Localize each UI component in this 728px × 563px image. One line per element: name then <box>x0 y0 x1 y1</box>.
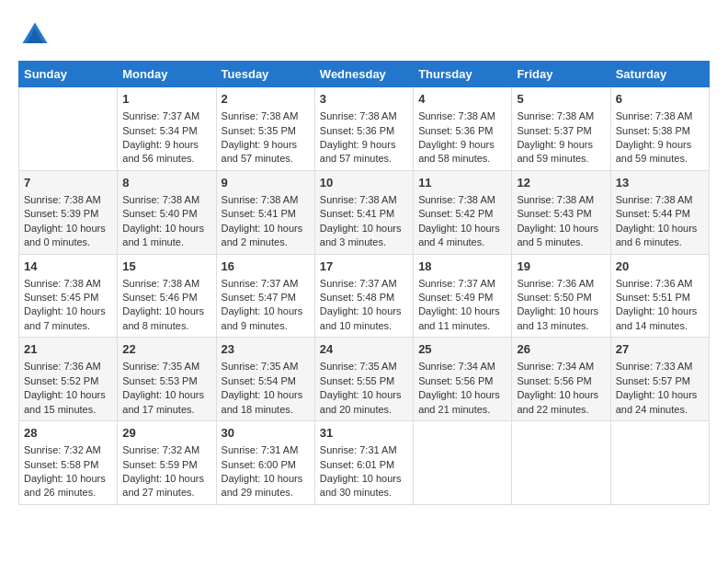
day-cell: 18Sunrise: 7:37 AMSunset: 5:49 PMDayligh… <box>414 254 512 338</box>
day-number: 6 <box>616 91 704 108</box>
week-row-3: 14Sunrise: 7:38 AMSunset: 5:45 PMDayligh… <box>19 254 710 338</box>
day-number: 28 <box>24 425 112 442</box>
sunrise-text: Sunrise: 7:38 AM <box>122 278 199 289</box>
day-number: 25 <box>418 341 506 358</box>
sunset-text: Sunset: 5:56 PM <box>418 375 493 386</box>
sunset-text: Sunset: 5:58 PM <box>24 459 98 470</box>
day-cell: 10Sunrise: 7:38 AMSunset: 5:41 PMDayligh… <box>314 170 413 254</box>
day-number: 5 <box>517 91 605 108</box>
logo <box>18 18 55 52</box>
day-number: 1 <box>122 91 210 108</box>
sunrise-text: Sunrise: 7:37 AM <box>222 278 299 289</box>
sunrise-text: Sunrise: 7:35 AM <box>320 361 397 372</box>
sunrise-text: Sunrise: 7:32 AM <box>24 444 101 455</box>
sunrise-text: Sunrise: 7:38 AM <box>418 110 495 121</box>
daylight-text: Daylight: 10 hours and 5 minutes. <box>517 223 598 247</box>
day-cell: 9Sunrise: 7:38 AMSunset: 5:41 PMDaylight… <box>216 170 314 254</box>
day-number: 18 <box>418 259 506 275</box>
day-number: 13 <box>616 175 704 191</box>
sunset-text: Sunset: 5:43 PM <box>517 208 591 219</box>
daylight-text: Daylight: 10 hours and 2 minutes. <box>222 223 303 247</box>
daylight-text: Daylight: 10 hours and 20 minutes. <box>320 389 402 414</box>
day-cell <box>610 421 709 505</box>
day-cell: 22Sunrise: 7:35 AMSunset: 5:53 PMDayligh… <box>118 338 216 421</box>
daylight-text: Daylight: 10 hours and 14 minutes. <box>616 305 698 330</box>
day-number: 21 <box>24 341 112 358</box>
daylight-text: Daylight: 10 hours and 22 minutes. <box>517 389 598 414</box>
column-header-saturday: Saturday <box>610 62 709 87</box>
sunset-text: Sunset: 5:35 PM <box>222 125 296 136</box>
day-cell: 16Sunrise: 7:37 AMSunset: 5:47 PMDayligh… <box>216 254 314 338</box>
page-header <box>18 18 710 52</box>
day-cell: 7Sunrise: 7:38 AMSunset: 5:39 PMDaylight… <box>19 170 118 254</box>
logo-icon <box>18 18 51 52</box>
daylight-text: Daylight: 10 hours and 0 minutes. <box>24 223 106 247</box>
day-cell: 8Sunrise: 7:38 AMSunset: 5:40 PMDaylight… <box>118 170 216 254</box>
day-cell: 20Sunrise: 7:36 AMSunset: 5:51 PMDayligh… <box>610 254 709 338</box>
daylight-text: Daylight: 10 hours and 3 minutes. <box>320 223 402 247</box>
day-cell: 23Sunrise: 7:35 AMSunset: 5:54 PMDayligh… <box>216 338 314 421</box>
day-cell: 27Sunrise: 7:33 AMSunset: 5:57 PMDayligh… <box>610 338 709 421</box>
sunset-text: Sunset: 5:44 PM <box>616 208 690 219</box>
sunrise-text: Sunrise: 7:37 AM <box>418 278 495 289</box>
daylight-text: Daylight: 10 hours and 18 minutes. <box>222 389 303 414</box>
sunrise-text: Sunrise: 7:38 AM <box>616 110 693 121</box>
sunrise-text: Sunrise: 7:38 AM <box>24 278 101 289</box>
day-cell: 21Sunrise: 7:36 AMSunset: 5:52 PMDayligh… <box>19 338 118 421</box>
header-row: SundayMondayTuesdayWednesdayThursdayFrid… <box>19 62 710 87</box>
day-number: 19 <box>517 259 605 275</box>
day-cell: 6Sunrise: 7:38 AMSunset: 5:38 PMDaylight… <box>610 87 709 171</box>
sunset-text: Sunset: 5:38 PM <box>616 125 690 136</box>
sunrise-text: Sunrise: 7:36 AM <box>517 278 594 289</box>
day-cell <box>19 87 118 171</box>
day-cell: 31Sunrise: 7:31 AMSunset: 6:01 PMDayligh… <box>314 421 413 505</box>
day-number: 7 <box>24 175 112 191</box>
day-number: 2 <box>222 91 310 108</box>
daylight-text: Daylight: 10 hours and 7 minutes. <box>24 305 106 330</box>
day-number: 3 <box>320 91 408 108</box>
sunrise-text: Sunrise: 7:34 AM <box>517 361 594 372</box>
day-number: 9 <box>222 175 310 191</box>
sunrise-text: Sunrise: 7:37 AM <box>320 278 397 289</box>
day-number: 23 <box>222 341 310 358</box>
daylight-text: Daylight: 10 hours and 30 minutes. <box>320 473 402 498</box>
day-cell: 3Sunrise: 7:38 AMSunset: 5:36 PMDaylight… <box>314 87 413 171</box>
sunset-text: Sunset: 5:59 PM <box>122 459 197 470</box>
sunset-text: Sunset: 5:50 PM <box>517 292 591 303</box>
sunset-text: Sunset: 5:49 PM <box>418 292 493 303</box>
daylight-text: Daylight: 10 hours and 9 minutes. <box>222 305 303 330</box>
column-header-thursday: Thursday <box>414 62 512 87</box>
daylight-text: Daylight: 9 hours and 57 minutes. <box>222 139 298 164</box>
column-header-wednesday: Wednesday <box>314 62 413 87</box>
sunrise-text: Sunrise: 7:38 AM <box>616 194 693 205</box>
day-number: 27 <box>616 341 704 358</box>
sunset-text: Sunset: 5:39 PM <box>24 208 98 219</box>
sunrise-text: Sunrise: 7:38 AM <box>418 194 495 205</box>
day-number: 14 <box>24 259 112 275</box>
daylight-text: Daylight: 9 hours and 56 minutes. <box>122 139 199 164</box>
sunrise-text: Sunrise: 7:34 AM <box>418 361 495 372</box>
sunset-text: Sunset: 5:40 PM <box>122 208 197 219</box>
week-row-4: 21Sunrise: 7:36 AMSunset: 5:52 PMDayligh… <box>19 338 710 421</box>
day-cell: 14Sunrise: 7:38 AMSunset: 5:45 PMDayligh… <box>19 254 118 338</box>
day-cell: 11Sunrise: 7:38 AMSunset: 5:42 PMDayligh… <box>414 170 512 254</box>
day-number: 17 <box>320 259 408 275</box>
day-cell <box>512 421 610 505</box>
sunrise-text: Sunrise: 7:33 AM <box>616 361 693 372</box>
day-cell: 29Sunrise: 7:32 AMSunset: 5:59 PMDayligh… <box>118 421 216 505</box>
sunset-text: Sunset: 5:41 PM <box>222 208 296 219</box>
daylight-text: Daylight: 10 hours and 4 minutes. <box>418 223 500 247</box>
day-number: 12 <box>517 175 605 191</box>
daylight-text: Daylight: 9 hours and 58 minutes. <box>418 139 495 164</box>
day-number: 16 <box>222 259 310 275</box>
day-cell: 13Sunrise: 7:38 AMSunset: 5:44 PMDayligh… <box>610 170 709 254</box>
day-cell: 25Sunrise: 7:34 AMSunset: 5:56 PMDayligh… <box>414 338 512 421</box>
daylight-text: Daylight: 9 hours and 59 minutes. <box>517 139 593 164</box>
day-number: 30 <box>222 425 310 442</box>
day-cell: 24Sunrise: 7:35 AMSunset: 5:55 PMDayligh… <box>314 338 413 421</box>
day-cell: 5Sunrise: 7:38 AMSunset: 5:37 PMDaylight… <box>512 87 610 171</box>
sunset-text: Sunset: 6:00 PM <box>222 459 296 470</box>
day-cell <box>414 421 512 505</box>
daylight-text: Daylight: 10 hours and 26 minutes. <box>24 473 106 498</box>
daylight-text: Daylight: 9 hours and 59 minutes. <box>616 139 692 164</box>
